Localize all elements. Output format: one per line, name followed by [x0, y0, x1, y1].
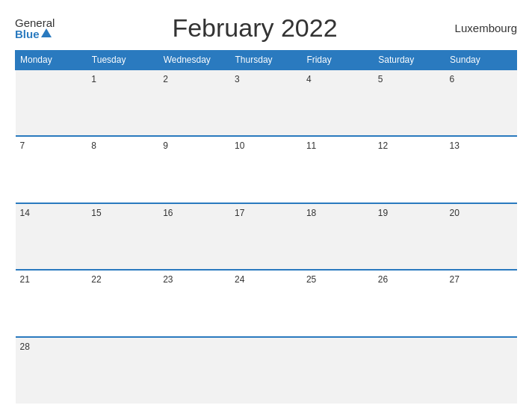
day-cell: [374, 337, 445, 404]
week-row-2: 78910111213: [16, 136, 517, 203]
day-cell: 17: [230, 203, 302, 270]
day-cell: 5: [374, 69, 445, 136]
day-number: 14: [20, 208, 30, 218]
day-cell: 28: [16, 337, 87, 404]
weekday-monday: Monday: [16, 51, 87, 70]
day-number: 1: [91, 74, 96, 84]
day-number: 13: [450, 140, 460, 151]
weekday-saturday: Saturday: [374, 51, 445, 70]
country-label: Luxembourg: [455, 22, 517, 34]
day-number: 20: [450, 208, 460, 218]
day-cell: 8: [87, 136, 158, 203]
day-number: 24: [235, 274, 244, 285]
day-cell: 1: [87, 69, 158, 136]
day-number: 15: [91, 208, 101, 218]
day-cell: 11: [302, 136, 374, 203]
day-number: 21: [20, 274, 30, 285]
day-number: 5: [378, 74, 383, 84]
day-cell: 13: [445, 136, 517, 203]
day-number: 25: [306, 274, 316, 285]
day-cell: 23: [158, 270, 230, 336]
day-cell: [16, 69, 87, 136]
day-number: 10: [235, 140, 244, 151]
day-cell: [158, 337, 230, 404]
day-cell: 24: [230, 270, 302, 336]
day-cell: 16: [158, 203, 230, 270]
day-number: 4: [306, 74, 312, 84]
week-row-3: 14151617181920: [16, 203, 517, 270]
weekday-header-row: MondayTuesdayWednesdayThursdayFridaySatu…: [16, 51, 517, 70]
day-number: 23: [163, 274, 173, 285]
day-cell: [87, 337, 158, 404]
weekday-sunday: Sunday: [445, 51, 517, 70]
day-number: 8: [91, 140, 96, 151]
day-cell: 26: [374, 270, 445, 336]
logo: General Blue: [15, 17, 55, 40]
weekday-thursday: Thursday: [230, 51, 302, 70]
day-number: 11: [306, 140, 316, 151]
day-number: 16: [163, 208, 173, 218]
day-number: 19: [378, 208, 388, 218]
logo-triangle-icon: [41, 28, 52, 37]
day-number: 6: [450, 74, 455, 84]
day-cell: 20: [445, 203, 517, 270]
day-cell: 6: [445, 69, 517, 136]
day-number: 9: [163, 140, 168, 151]
day-number: 22: [91, 274, 101, 285]
day-cell: 25: [302, 270, 374, 336]
day-cell: 21: [16, 270, 87, 336]
day-cell: 18: [302, 203, 374, 270]
day-number: 28: [20, 342, 30, 352]
day-cell: 15: [87, 203, 158, 270]
weekday-tuesday: Tuesday: [87, 51, 158, 70]
day-cell: 3: [230, 69, 302, 136]
day-number: 2: [163, 74, 168, 84]
day-cell: [230, 337, 302, 404]
week-row-4: 21222324252627: [16, 270, 517, 336]
day-cell: 22: [87, 270, 158, 336]
day-cell: 10: [230, 136, 302, 203]
day-cell: 14: [16, 203, 87, 270]
calendar-title: February 2022: [172, 13, 337, 43]
day-cell: 2: [158, 69, 230, 136]
day-number: 7: [20, 140, 25, 151]
weekday-wednesday: Wednesday: [158, 51, 230, 70]
logo-blue-text: Blue: [15, 28, 55, 40]
day-cell: 27: [445, 270, 517, 336]
day-cell: [302, 337, 374, 404]
day-cell: 9: [158, 136, 230, 203]
day-number: 27: [450, 274, 460, 285]
day-cell: 7: [16, 136, 87, 203]
day-cell: [445, 337, 517, 404]
day-number: 17: [235, 208, 244, 218]
day-cell: 4: [302, 69, 374, 136]
day-cell: 19: [374, 203, 445, 270]
calendar-page: General Blue February 2022 Luxembourg Mo…: [0, 0, 532, 411]
day-number: 26: [378, 274, 388, 285]
week-row-5: 28: [16, 337, 517, 404]
calendar-table: MondayTuesdayWednesdayThursdayFridaySatu…: [15, 50, 517, 404]
calendar-header: General Blue February 2022 Luxembourg: [15, 13, 517, 43]
logo-general-text: General: [15, 17, 55, 28]
day-cell: 12: [374, 136, 445, 203]
day-number: 18: [306, 208, 316, 218]
weekday-friday: Friday: [302, 51, 374, 70]
week-row-1: 123456: [16, 69, 517, 136]
day-number: 12: [378, 140, 388, 151]
day-number: 3: [235, 74, 240, 84]
